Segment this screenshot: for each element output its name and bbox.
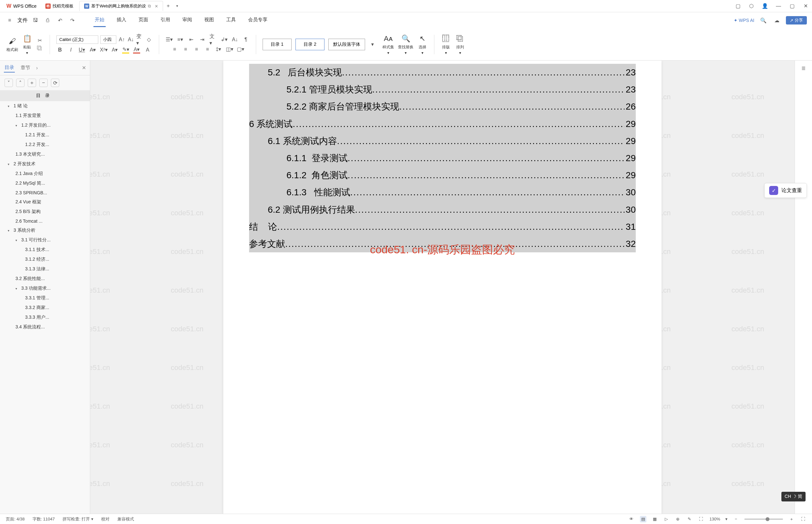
decrease-indent-icon[interactable]: ⇤ xyxy=(187,36,195,43)
zoom-level[interactable]: 130% xyxy=(710,517,720,521)
line-spacing-icon[interactable]: ‡▾ xyxy=(215,46,222,53)
status-spell[interactable]: 拼写检查: 打开 ▾ xyxy=(63,516,94,522)
select-button[interactable]: ↖选择▾ xyxy=(417,33,428,55)
outline-refresh-icon[interactable]: ⟳ xyxy=(51,79,59,87)
wps-ai-button[interactable]: ✦WPS AI xyxy=(734,18,754,23)
zoom-slider[interactable] xyxy=(744,519,783,520)
tab-vip[interactable]: 会员专享 xyxy=(247,14,269,27)
toc-entry[interactable]: 6 系统测试..................................… xyxy=(249,115,636,132)
minimize-icon[interactable]: — xyxy=(775,2,782,10)
outline-item[interactable]: ▾1.2 开发目的... xyxy=(0,120,90,130)
toc-entry[interactable]: 5.2.1 管理员模块实现...........................… xyxy=(249,81,636,98)
outline-up-icon[interactable]: ˄ xyxy=(16,79,24,87)
toc-entry[interactable]: 6.1.1 登录测试..............................… xyxy=(249,149,636,167)
layout-button[interactable]: ⿲排版▾ xyxy=(441,33,451,55)
tab-menu-dropdown[interactable]: ▾ xyxy=(173,2,182,11)
close-window-icon[interactable]: ✕ xyxy=(802,2,809,10)
strike-icon[interactable]: A▾ xyxy=(89,46,96,53)
outline-item[interactable]: 2.5 B/S 架构 xyxy=(0,207,90,216)
align-left-icon[interactable]: ≡ xyxy=(171,46,178,53)
outline-item[interactable]: 3.1.1 技术... xyxy=(0,245,90,255)
style-toc2[interactable]: 目录 2 xyxy=(296,39,325,50)
bold-icon[interactable]: B xyxy=(56,46,64,53)
cut-icon[interactable]: ✂ xyxy=(36,37,43,44)
outline-item[interactable]: 2.6 Tomcat ... xyxy=(0,216,90,226)
toc-entry[interactable]: 5.2.2 商家后台管理模块实现........................… xyxy=(249,98,636,115)
status-proof[interactable]: 校对 xyxy=(101,516,110,522)
tab-tools[interactable]: 工具 xyxy=(225,14,237,27)
phonetic-icon[interactable]: 变▾ xyxy=(136,36,144,43)
page-view-icon[interactable]: ▤ xyxy=(640,516,646,522)
outline-item[interactable]: 2.1 Java 介绍 xyxy=(0,169,90,179)
outline-item[interactable]: ▾3.1 可行性分... xyxy=(0,235,90,245)
bullet-list-icon[interactable]: ☰▾ xyxy=(166,36,173,43)
show-marks-icon[interactable]: ¶ xyxy=(242,36,249,43)
outline-item[interactable]: ▾3 系统分析 xyxy=(0,226,90,235)
outline-item[interactable]: ▾3.3 功能需求... xyxy=(0,283,90,293)
paste-button[interactable]: 📋粘贴▾ xyxy=(22,33,32,55)
outline-item[interactable]: 1.2.2 开发... xyxy=(0,140,90,149)
close-icon[interactable]: ✕ xyxy=(155,4,158,9)
clear-format-icon[interactable]: ◇ xyxy=(145,36,152,43)
tab-insert[interactable]: 插入 xyxy=(115,14,128,27)
web-view-icon[interactable]: ▦ xyxy=(651,516,658,522)
print-icon[interactable]: ⎙ xyxy=(43,16,52,25)
increase-indent-icon[interactable]: ⇥ xyxy=(198,36,205,43)
styles-button[interactable]: Aᴀ样式集▾ xyxy=(382,33,394,55)
avatar-icon[interactable]: 👤 xyxy=(761,2,769,10)
tab-view[interactable]: 视图 xyxy=(203,14,215,27)
sort-icon[interactable]: A↓ xyxy=(231,36,238,43)
sidebar-close-icon[interactable]: ✕ xyxy=(82,65,86,71)
border-icon[interactable]: ▢▾ xyxy=(237,46,244,53)
find-replace-button[interactable]: 🔍查找替换▾ xyxy=(398,33,413,55)
underline-icon[interactable]: U▾ xyxy=(78,46,85,53)
decrease-font-icon[interactable]: A↓ xyxy=(127,36,134,43)
outline-item[interactable]: 2.2 MySql 简... xyxy=(0,179,90,188)
play-icon[interactable]: ▷ xyxy=(663,516,669,522)
sidebar-tab-chapter[interactable]: 章节 xyxy=(20,64,31,72)
fit-icon[interactable]: ⛶ xyxy=(698,516,705,522)
char-shading-icon[interactable]: A xyxy=(144,46,151,53)
share-button[interactable]: ↗ 分享 xyxy=(786,16,807,24)
cloud-icon[interactable]: ☁ xyxy=(772,16,781,25)
toc-entry[interactable]: 6.2 测试用例执行结果............................… xyxy=(249,201,636,218)
redo-icon[interactable]: ↷ xyxy=(68,16,77,25)
outline-item[interactable]: 3.2 系统性能... xyxy=(0,274,90,283)
tab-reference[interactable]: 引用 xyxy=(159,14,171,27)
toc-entry[interactable]: 结 论.....................................… xyxy=(249,218,636,235)
outline-item[interactable]: 1.3 本文研究... xyxy=(0,149,90,159)
outline-down-icon[interactable]: ˅ xyxy=(4,79,13,87)
style-default-para[interactable]: 默认段落字体 xyxy=(328,39,365,50)
outline-item[interactable]: 1.1 开发背景 xyxy=(0,111,90,120)
sidebar-tab-toc[interactable]: 目录 xyxy=(4,63,15,72)
outline-item[interactable]: 1.2.1 开发... xyxy=(0,130,90,140)
status-words[interactable]: 字数: 11047 xyxy=(33,516,55,522)
outline-item[interactable]: 3.3.3 用户... xyxy=(0,313,90,322)
toc-entry[interactable]: 6.1.3 性能测试..............................… xyxy=(249,184,636,201)
fullscreen-icon[interactable]: ⛶ xyxy=(800,516,806,522)
font-color-icon[interactable]: A▾ xyxy=(133,46,140,53)
eye-icon[interactable]: 👁 xyxy=(628,516,635,522)
tab-template[interactable]: 稻 找稻壳模板 xyxy=(41,1,78,11)
text-direction-icon[interactable]: 文▾ xyxy=(210,36,217,43)
outline-item[interactable]: 3.3.2 商家... xyxy=(0,303,90,313)
zoom-in-icon[interactable]: ＋ xyxy=(788,516,795,522)
outline-add-icon[interactable]: ＋ xyxy=(28,79,36,87)
cube-icon[interactable]: ⬡ xyxy=(748,2,755,10)
outline-remove-icon[interactable]: − xyxy=(39,79,48,87)
undo-icon[interactable]: ↶ xyxy=(55,16,64,25)
size-select[interactable]: 小四 xyxy=(100,35,116,44)
zoom-dropdown-icon[interactable]: ▾ xyxy=(725,517,728,521)
outline-item[interactable]: 3.3.1 管理... xyxy=(0,293,90,303)
new-tab-button[interactable]: ＋ xyxy=(164,2,173,11)
document-area[interactable]: code51.cncode51.cncode51.cncode51.cncode… xyxy=(90,61,795,514)
tab-review[interactable]: 审阅 xyxy=(181,14,193,27)
italic-icon[interactable]: I xyxy=(67,46,74,53)
tab-popup-icon[interactable]: ⧉ xyxy=(148,3,151,9)
outline-item[interactable]: ▾2 开发技术 xyxy=(0,159,90,169)
status-page[interactable]: 页面: 4/38 xyxy=(6,516,25,522)
outline-item[interactable]: 3.4 系统流程... xyxy=(0,322,90,332)
align-center-icon[interactable]: ≡ xyxy=(182,46,189,53)
arrange-button[interactable]: ⿻排列▾ xyxy=(455,33,465,55)
highlight-icon[interactable]: A▾ xyxy=(111,46,118,53)
